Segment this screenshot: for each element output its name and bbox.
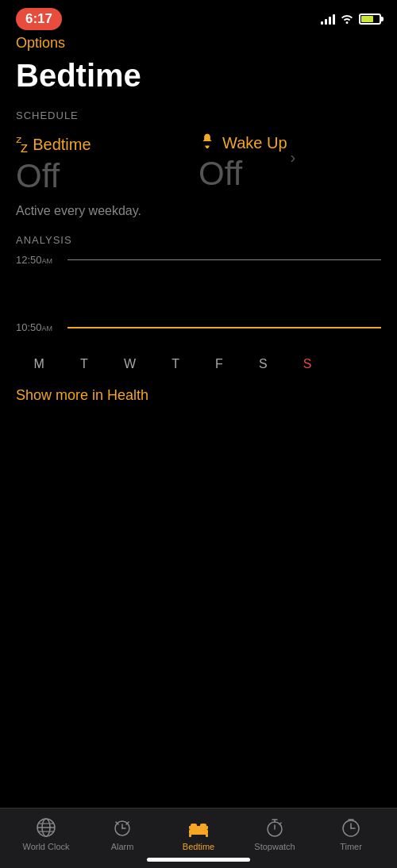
bottom-chart-line — [67, 327, 381, 328]
home-indicator — [147, 858, 250, 862]
bed-icon — [187, 816, 210, 839]
svg-rect-11 — [189, 829, 208, 835]
options-link[interactable]: Options — [16, 35, 381, 52]
tab-bedtime-label: Bedtime — [183, 842, 214, 851]
show-more-health-link[interactable]: Show more in Health — [16, 387, 381, 404]
tab-timer-label: Timer — [340, 842, 362, 851]
tab-items: World Clock Alarm Bedtime — [0, 816, 397, 851]
status-icons — [321, 13, 381, 26]
page-title: Bedtime — [16, 58, 381, 94]
top-time-row: 12:50AM — [16, 254, 381, 266]
wifi-icon — [340, 13, 354, 26]
tab-world-clock-label: World Clock — [22, 842, 69, 851]
bottom-time-label: 10:50AM — [16, 321, 67, 333]
tab-bar: World Clock Alarm Bedtime — [0, 808, 397, 868]
bedtime-value: Off — [16, 159, 198, 193]
svg-line-21 — [279, 823, 281, 824]
tab-stopwatch-label: Stopwatch — [254, 842, 295, 851]
wakeup-label: Wake Up — [222, 134, 287, 152]
timer-icon — [340, 816, 362, 839]
status-bar: 6:17 — [0, 0, 397, 35]
bedtime-header: ᶻz Bedtime — [16, 133, 198, 156]
bedtime-col: ᶻz Bedtime Off — [16, 133, 198, 193]
days-row: M T W T F S S — [16, 357, 381, 371]
tab-bedtime[interactable]: Bedtime — [167, 816, 230, 851]
day-T2: T — [172, 357, 179, 371]
tab-timer[interactable]: Timer — [319, 816, 383, 851]
wakeup-col[interactable]: Wake Up Off › — [198, 133, 381, 190]
top-chart-line — [67, 259, 381, 260]
chevron-right-icon: › — [291, 148, 296, 167]
tab-world-clock[interactable]: World Clock — [14, 816, 78, 851]
battery-icon — [359, 13, 381, 25]
day-S1: S — [259, 357, 268, 371]
analysis-section: ANALYSIS 12:50AM 10:50AM M T W T F S S — [16, 234, 381, 371]
wakeup-header: Wake Up — [198, 133, 287, 154]
tab-stopwatch[interactable]: Stopwatch — [243, 816, 306, 851]
stopwatch-icon — [264, 816, 286, 839]
chart-area: 12:50AM 10:50AM — [16, 254, 381, 349]
schedule-row: ᶻz Bedtime Off — [16, 133, 381, 193]
day-F: F — [215, 357, 223, 371]
bedtime-label: Bedtime — [33, 136, 91, 154]
wakeup-value: Off — [198, 157, 287, 190]
tab-alarm-label: Alarm — [111, 842, 134, 851]
bedtime-icon: ᶻz — [16, 133, 26, 156]
bottom-time-row: 10:50AM — [16, 321, 381, 333]
schedule-section-label: SCHEDULE — [16, 109, 381, 121]
top-time-label: 12:50AM — [16, 254, 67, 266]
day-T1: T — [80, 357, 88, 371]
day-W: W — [124, 357, 136, 371]
main-content: Options Bedtime SCHEDULE ᶻz Bedtime Off — [0, 35, 397, 404]
signal-icon — [321, 13, 335, 25]
svg-rect-14 — [200, 824, 206, 828]
day-S2: S — [303, 357, 312, 371]
tab-alarm[interactable]: Alarm — [91, 816, 154, 851]
svg-rect-15 — [189, 834, 191, 837]
status-time: 6:17 — [16, 8, 62, 30]
analysis-label: ANALYSIS — [16, 234, 381, 246]
svg-rect-16 — [206, 834, 208, 837]
svg-rect-13 — [191, 824, 197, 828]
active-text: Active every weekday. — [16, 204, 381, 218]
day-M: M — [34, 357, 44, 371]
bell-icon — [198, 133, 216, 154]
alarm-icon — [111, 816, 133, 839]
globe-icon — [35, 816, 57, 839]
